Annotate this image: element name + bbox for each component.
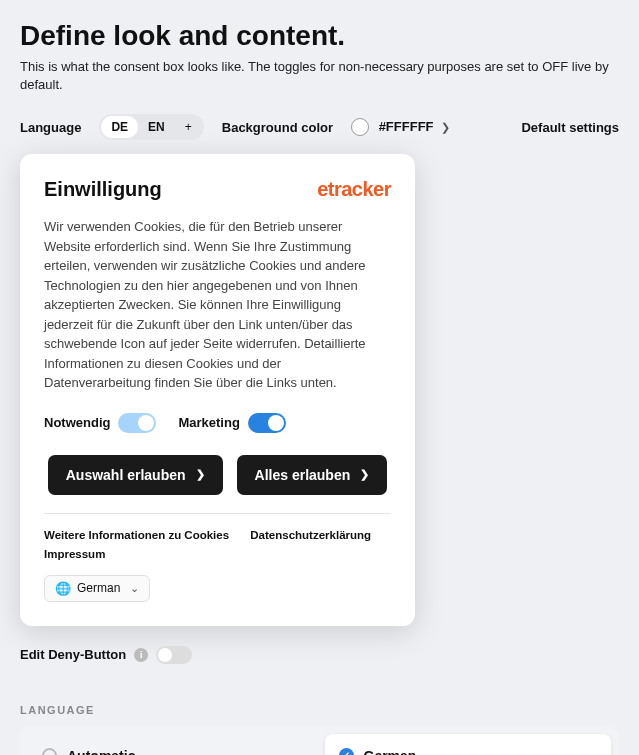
lang-auto-title: Automatic: [67, 748, 135, 755]
language-label: Language: [20, 120, 81, 135]
page-title: Define look and content.: [20, 20, 619, 52]
chevron-down-icon: ⌄: [130, 582, 139, 595]
info-icon[interactable]: i: [134, 648, 148, 662]
language-option-german[interactable]: German German Always show first: [325, 734, 612, 755]
divider: [44, 513, 391, 514]
language-options: Automatic Automatic (according to browse…: [20, 726, 619, 755]
allow-all-button[interactable]: Alles erlauben ❯: [237, 455, 388, 495]
link-privacy[interactable]: Datenschutzerklärung: [250, 529, 371, 541]
color-swatch-icon: [351, 118, 369, 136]
consent-preview-card: Einwilligung etracker Wir verwenden Cook…: [20, 154, 415, 626]
edit-deny-label: Edit Deny-Button: [20, 647, 126, 662]
bg-color-label: Background color: [222, 120, 333, 135]
default-settings-button[interactable]: Default settings: [521, 120, 619, 135]
lang-german-title: German: [364, 748, 417, 755]
consent-language-select[interactable]: 🌐 German ⌄: [44, 575, 150, 602]
language-option-automatic[interactable]: Automatic Automatic (according to browse…: [28, 734, 315, 755]
chevron-right-icon: ❯: [196, 468, 205, 481]
link-imprint[interactable]: Impressum: [44, 548, 105, 560]
link-cookies[interactable]: Weitere Informationen zu Cookies: [44, 529, 229, 541]
radio-checked-icon: [339, 748, 354, 755]
radio-unchecked-icon: [42, 748, 57, 755]
toggle-marketing-label: Marketing: [178, 415, 239, 430]
consent-language-value: German: [77, 581, 120, 595]
toggle-necessary-label: Notwendig: [44, 415, 110, 430]
edit-deny-row: Edit Deny-Button i: [20, 646, 619, 664]
edit-deny-toggle[interactable]: [156, 646, 192, 664]
language-pill: DE EN +: [99, 114, 203, 140]
chevron-right-icon: ❯: [360, 468, 369, 481]
consent-title: Einwilligung: [44, 178, 162, 201]
allow-selection-button[interactable]: Auswahl erlauben ❯: [48, 455, 223, 495]
etracker-logo: etracker: [317, 178, 391, 201]
bg-color-control[interactable]: #FFFFFF ❯: [351, 118, 450, 136]
consent-links: Weitere Informationen zu Cookies Datensc…: [44, 526, 391, 565]
language-section-label: LANGUAGE: [20, 704, 619, 716]
lang-add-button[interactable]: +: [175, 116, 202, 138]
bg-color-value: #FFFFFF: [379, 119, 434, 134]
lang-en-tab[interactable]: EN: [138, 116, 175, 138]
lang-de-tab[interactable]: DE: [101, 116, 138, 138]
globe-icon: 🌐: [55, 581, 71, 596]
page-subtitle: This is what the consent box looks like.…: [20, 58, 619, 94]
toggle-marketing[interactable]: [248, 413, 286, 433]
consent-body-text: Wir verwenden Cookies, die für den Betri…: [44, 217, 391, 393]
chevron-right-icon: ❯: [441, 121, 450, 133]
toggle-necessary[interactable]: [118, 413, 156, 433]
toolbar: Language DE EN + Background color #FFFFF…: [20, 114, 619, 140]
